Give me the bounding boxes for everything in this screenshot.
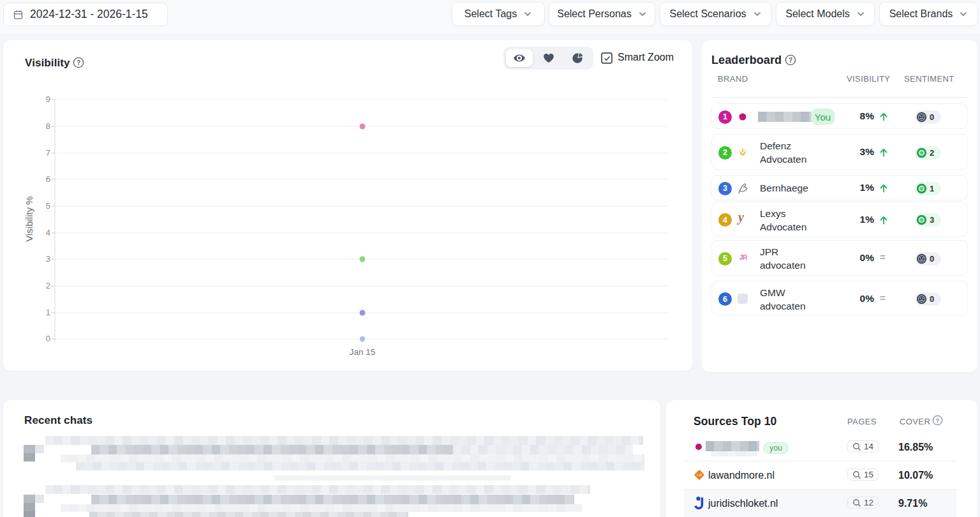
svg-text:7: 7: [46, 148, 50, 158]
svg-text:2: 2: [46, 281, 50, 290]
svg-text:8: 8: [46, 121, 50, 131]
svg-text:6: 6: [46, 174, 50, 184]
svg-text:4: 4: [46, 228, 50, 237]
svg-text:?: ?: [936, 417, 940, 424]
svg-text:LM: LM: [697, 473, 702, 477]
svg-text:Jan 15: Jan 15: [350, 347, 376, 357]
svg-text:5: 5: [46, 201, 50, 211]
svg-text:Visibility %: Visibility %: [24, 196, 34, 241]
svg-text:1: 1: [46, 308, 50, 317]
svg-text:?: ?: [789, 57, 792, 64]
svg-text:9: 9: [46, 94, 50, 104]
svg-text:3: 3: [46, 254, 50, 264]
svg-text:0: 0: [46, 334, 50, 343]
